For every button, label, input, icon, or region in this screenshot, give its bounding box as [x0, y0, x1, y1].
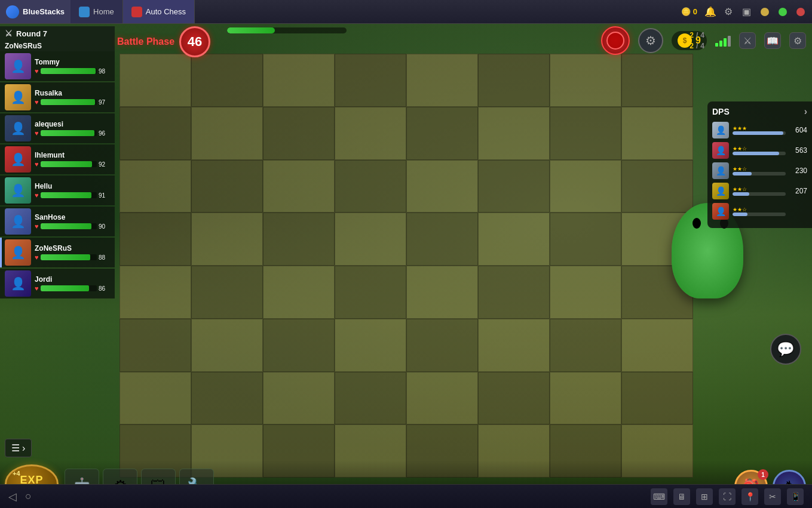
- board-cell-4-4[interactable]: [406, 266, 478, 319]
- player-item-ihlemunt[interactable]: 👤 Ihlemunt ♥ 92: [0, 144, 115, 174]
- board-cell-6-2[interactable]: [263, 372, 335, 425]
- player-item-hellu[interactable]: 👤 Hellu ♥ 91: [0, 176, 115, 205]
- board-cell-3-2[interactable]: [263, 213, 335, 266]
- tab-home[interactable]: Home: [71, 0, 123, 23]
- chess-board[interactable]: [119, 54, 693, 478]
- config-icon[interactable]: ⚙: [789, 32, 806, 49]
- player-item-alequesi[interactable]: 👤 alequesi ♥ 96: [0, 113, 115, 143]
- fullscreen-icon[interactable]: ⛶: [719, 488, 736, 505]
- layout-icon[interactable]: ⊞: [696, 488, 713, 505]
- player-info-1: Rusalka ♥ 97: [35, 89, 112, 106]
- board-cell-0-3[interactable]: [335, 54, 406, 107]
- board-cell-0-4[interactable]: [406, 54, 478, 107]
- board-cell-5-0[interactable]: [119, 319, 191, 372]
- board-cell-0-6[interactable]: [550, 54, 621, 107]
- player-list: 👤 Tommy ♥ 98 👤 Rusalka ♥ 97 👤: [0, 51, 115, 298]
- home-icon[interactable]: ○: [25, 490, 32, 503]
- board-cell-3-6[interactable]: [550, 213, 621, 266]
- bell-icon[interactable]: 🔔: [706, 7, 715, 17]
- board-cell-2-5[interactable]: [478, 160, 550, 213]
- board-cell-0-1[interactable]: [191, 54, 263, 107]
- board-cell-5-3[interactable]: [335, 319, 406, 372]
- board-cell-3-0[interactable]: [119, 213, 191, 266]
- board-cell-1-2[interactable]: [263, 107, 335, 160]
- player-item-zonesrus[interactable]: 👤 ZoNeSRuS ♥ 88: [0, 238, 115, 267]
- board-cell-4-2[interactable]: [263, 266, 335, 319]
- board-cell-1-5[interactable]: [478, 107, 550, 160]
- display-icon[interactable]: 🖥: [673, 488, 690, 505]
- board-cell-6-4[interactable]: [406, 372, 478, 425]
- board-cell-5-5[interactable]: [478, 319, 550, 372]
- board-cell-5-2[interactable]: [263, 319, 335, 372]
- board-cell-2-4[interactable]: [406, 160, 478, 213]
- board-cell-4-6[interactable]: [550, 266, 621, 319]
- dps-bar-area-0: ★★★: [733, 125, 786, 135]
- board-cell-3-4[interactable]: [406, 213, 478, 266]
- board-cell-6-7[interactable]: [621, 372, 693, 425]
- rotate-icon[interactable]: 📱: [787, 488, 804, 505]
- board-cell-3-3[interactable]: [335, 213, 406, 266]
- board-cell-6-6[interactable]: [550, 372, 621, 425]
- board-cell-2-6[interactable]: [550, 160, 621, 213]
- board-cell-1-0[interactable]: [119, 107, 191, 160]
- player-item-sanhose[interactable]: 👤 SanHose ♥ 90: [0, 207, 115, 236]
- board-cell-2-1[interactable]: [191, 160, 263, 213]
- board-cell-0-5[interactable]: [478, 54, 550, 107]
- board-cell-0-2[interactable]: [263, 54, 335, 107]
- maximize-button[interactable]: [779, 8, 787, 16]
- back-icon[interactable]: ◁: [8, 490, 17, 503]
- signal-bar-4: [728, 36, 731, 47]
- board-cell-1-4[interactable]: [406, 107, 478, 160]
- synergy-display: 2 / 4 2 / 4: [690, 31, 704, 50]
- player-item-rusalka[interactable]: 👤 Rusalka ♥ 97: [0, 82, 115, 112]
- board-cell-3-1[interactable]: [191, 213, 263, 266]
- board-cell-4-1[interactable]: [191, 266, 263, 319]
- player-name-3: Ihlemunt: [35, 151, 112, 159]
- board-cell-0-0[interactable]: [119, 54, 191, 107]
- board-cell-2-0[interactable]: [119, 160, 191, 213]
- board-cell-6-0[interactable]: [119, 372, 191, 425]
- board-cell-6-3[interactable]: [335, 372, 406, 425]
- keyboard-icon[interactable]: ⌨: [651, 488, 667, 505]
- dps-arrow-icon[interactable]: ›: [804, 106, 807, 117]
- board-cell-4-3[interactable]: [335, 266, 406, 319]
- settings-icon[interactable]: ⚙: [724, 7, 733, 17]
- player-info-5: SanHose ♥ 90: [35, 213, 112, 230]
- board-cell-1-6[interactable]: [550, 107, 621, 160]
- syn2-max-val: 4: [700, 42, 704, 50]
- game-area: ⚔ Round 7 ZoNeSRuS 👤 Tommy ♥ 98 👤 Rusalk…: [0, 24, 812, 508]
- board-cell-5-4[interactable]: [406, 319, 478, 372]
- screenshot-icon[interactable]: ✂: [764, 488, 781, 505]
- red-synergy-icon[interactable]: [601, 26, 630, 55]
- minimize-button[interactable]: [761, 8, 769, 16]
- close-button[interactable]: [796, 8, 805, 16]
- board-cell-5-7[interactable]: [621, 319, 693, 372]
- dps-row-4: 👤 ★★☆: [712, 203, 807, 220]
- chat-button[interactable]: 💬: [770, 334, 801, 365]
- board-cell-6-5[interactable]: [478, 372, 550, 425]
- player-item-jordi[interactable]: 👤 Jordi ♥ 86: [0, 269, 115, 298]
- board-cell-4-0[interactable]: [119, 266, 191, 319]
- board-cell-5-6[interactable]: [550, 319, 621, 372]
- gear-button[interactable]: ⚙: [638, 28, 663, 53]
- player-info-2: alequesi ♥ 96: [35, 120, 112, 137]
- board-cell-1-7[interactable]: [621, 107, 693, 160]
- window-icon[interactable]: ▣: [741, 7, 751, 17]
- board-cell-1-3[interactable]: [335, 107, 406, 160]
- board-cell-2-2[interactable]: [263, 160, 335, 213]
- board-cell-5-1[interactable]: [191, 319, 263, 372]
- book-icon[interactable]: 📖: [764, 32, 781, 49]
- player-item-tommy[interactable]: 👤 Tommy ♥ 98: [0, 51, 115, 81]
- board-cell-3-5[interactable]: [478, 213, 550, 266]
- location-icon[interactable]: 📍: [741, 488, 758, 505]
- tab-autochess[interactable]: Auto Chess: [123, 0, 195, 23]
- health-bar-bg-2: [41, 130, 97, 136]
- board-cell-1-1[interactable]: [191, 107, 263, 160]
- board-cell-6-1[interactable]: [191, 372, 263, 425]
- signal-bar-3: [724, 38, 727, 47]
- menu-button[interactable]: ☰ ›: [5, 439, 32, 457]
- combat-icon[interactable]: ⚔: [739, 32, 756, 49]
- board-cell-4-5[interactable]: [478, 266, 550, 319]
- board-cell-2-3[interactable]: [335, 160, 406, 213]
- board-cell-0-7[interactable]: [621, 54, 693, 107]
